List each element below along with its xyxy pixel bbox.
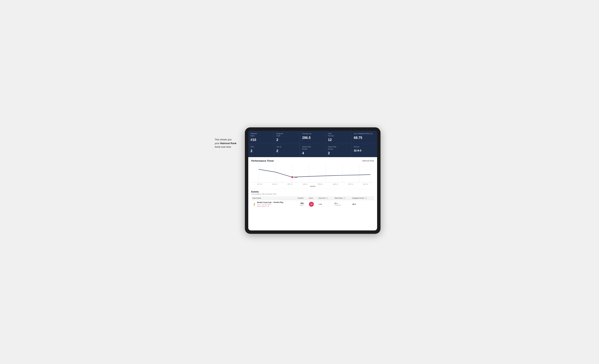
table-row: Buster Cozy Cup – Stroke Play Oct 9 - Oc…	[251, 200, 374, 208]
col-position: Position	[297, 196, 308, 200]
stat-top3s: Top 3s 2	[274, 144, 300, 157]
x-label-dec23: DEC 23	[282, 183, 298, 185]
chart-area: #10	[251, 164, 374, 183]
chart-subtitle: National Rank	[362, 160, 374, 162]
chart-header: Performance Trend National Rank	[251, 160, 374, 162]
col-score: Score	[308, 196, 317, 200]
stat-total-rounds: TotalRounds 12	[326, 131, 351, 144]
info-icon-sg: i	[326, 197, 328, 199]
chart-x-labels: OCT 23 NOV 23 DEC 23 JAN 24 FEB 24 MAR 2…	[251, 183, 374, 185]
svg-point-10	[291, 176, 293, 178]
events-last-updated: Last updated: 24th November 2023	[251, 193, 374, 195]
x-label-may24: MAY 24	[358, 183, 374, 185]
svg-marker-14	[254, 203, 255, 204]
event-score: -22	[308, 200, 317, 208]
stat-match-play-events: Match PlayEvents 2	[326, 144, 351, 157]
events-table: Event Name Position Score Event SG i Tot…	[251, 196, 374, 208]
event-name-cell: Buster Cozy Cup – Stroke Play Oct 9 - Oc…	[251, 200, 297, 208]
svg-text:#10: #10	[294, 176, 297, 178]
col-event-sg: Event SG i	[317, 196, 333, 200]
x-label-nov23: NOV 23	[267, 183, 282, 185]
chart-title: Performance Trend	[251, 160, 274, 162]
info-icon-wp: i	[365, 197, 367, 199]
event-position: 6th out of 7	[297, 200, 308, 208]
x-label-feb24: FEB 24	[313, 183, 328, 185]
stat-avg-weighted-points: Avg. Weighted Points i 68.75	[352, 131, 377, 144]
col-weighted-points: Weighted Points i	[351, 196, 374, 200]
x-label-mar24: MAR 24	[328, 183, 343, 185]
stats-row-2: Wins 2 Top 3s 2 Stroke PlayEvents 4 Matc…	[248, 144, 377, 157]
stat-record: Record 32-8-0	[352, 144, 377, 157]
stat-scoring-avg: Scoring Avg. 286.5	[300, 131, 326, 144]
golf-icon	[253, 203, 256, 206]
x-label-jan24: JAN 24	[298, 183, 313, 185]
event-weighted-points: 28.3	[351, 200, 374, 208]
col-event-name: Event Name	[251, 196, 297, 200]
chart-x-axis-title: Months	[251, 185, 374, 187]
x-label-apr24: APR 24	[343, 183, 358, 185]
tablet-frame: NationalRank #10 RegionalRank 2 Scoring …	[245, 127, 380, 234]
event-total-points: 28.3 3 Rounds	[333, 200, 351, 208]
event-sg: 0.45	[317, 200, 333, 208]
annotation-text: This shows you your National Rank trend …	[215, 138, 248, 149]
x-label-oct23: OCT 23	[252, 183, 267, 185]
stat-regional-rank: RegionalRank 2	[274, 131, 300, 144]
chart-svg: #10	[251, 164, 374, 182]
events-section: Events Last updated: 24th November 2023 …	[248, 189, 377, 210]
stats-row-1: NationalRank #10 RegionalRank 2 Scoring …	[248, 131, 377, 144]
svg-point-12	[254, 204, 255, 205]
stat-stroke-play-events: Stroke PlayEvents 4	[300, 144, 326, 157]
info-icon-tp: i	[344, 197, 345, 199]
stat-national-rank: NationalRank #10	[248, 131, 274, 144]
stat-wins: Wins 2	[248, 144, 274, 157]
tablet-screen: NationalRank #10 RegionalRank 2 Scoring …	[248, 131, 377, 231]
info-icon: i	[371, 133, 372, 134]
performance-trend-section: Performance Trend National Rank	[248, 157, 377, 189]
col-total-points: Total Points i	[333, 196, 351, 200]
events-title: Events	[251, 190, 374, 193]
